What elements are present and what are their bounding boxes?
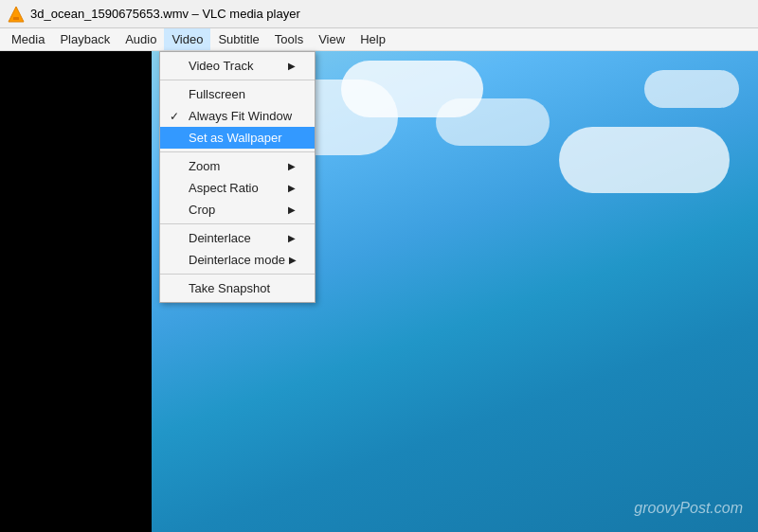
separator-4 xyxy=(160,274,315,275)
menu-item-take-snapshot[interactable]: Take Snapshot xyxy=(160,277,315,299)
separator-3 xyxy=(160,223,315,224)
window-title: 3d_ocean_1590675653.wmv – VLC media play… xyxy=(30,7,300,21)
cloud-4 xyxy=(559,127,730,193)
svg-rect-1 xyxy=(13,17,19,20)
cloud-5 xyxy=(644,70,739,108)
arrow-icon: ▶ xyxy=(289,255,297,265)
menu-item-deinterlace[interactable]: Deinterlace ▶ xyxy=(160,227,315,249)
menu-subtitle[interactable]: Subtitle xyxy=(210,28,266,50)
menu-audio[interactable]: Audio xyxy=(117,28,164,50)
menu-item-always-fit-window[interactable]: Always Fit Window xyxy=(160,105,315,127)
menu-media[interactable]: Media xyxy=(4,28,52,50)
separator-1 xyxy=(160,80,315,80)
black-panel-left xyxy=(0,51,152,532)
menu-playback[interactable]: Playback xyxy=(52,28,117,50)
menu-item-zoom[interactable]: Zoom ▶ xyxy=(160,155,315,177)
menu-item-crop[interactable]: Crop ▶ xyxy=(160,199,315,221)
menubar: Media Playback Audio Video Subtitle Tool… xyxy=(0,28,758,51)
menu-item-deinterlace-mode[interactable]: Deinterlace mode ▶ xyxy=(160,249,315,271)
menu-help[interactable]: Help xyxy=(352,28,393,50)
separator-2 xyxy=(160,151,315,152)
menu-item-fullscreen[interactable]: Fullscreen xyxy=(160,83,315,105)
arrow-icon: ▶ xyxy=(288,183,296,193)
arrow-icon: ▶ xyxy=(288,233,296,243)
vlc-icon xyxy=(8,6,25,23)
video-dropdown-menu: Video Track ▶ Fullscreen Always Fit Wind… xyxy=(159,51,316,303)
arrow-icon: ▶ xyxy=(288,61,296,71)
titlebar: 3d_ocean_1590675653.wmv – VLC media play… xyxy=(0,0,758,28)
cloud-3 xyxy=(436,98,550,146)
arrow-icon: ▶ xyxy=(288,161,296,171)
menu-item-video-track[interactable]: Video Track ▶ xyxy=(160,55,315,77)
menu-view[interactable]: View xyxy=(311,28,352,50)
watermark: groovyPost.com xyxy=(634,500,743,517)
arrow-icon: ▶ xyxy=(288,204,296,215)
menu-item-set-as-wallpaper[interactable]: Set as Wallpaper xyxy=(160,127,315,149)
menu-video[interactable]: Video xyxy=(164,28,210,50)
menu-tools[interactable]: Tools xyxy=(267,28,311,50)
video-area: groovyPost.com xyxy=(0,51,758,532)
menu-item-aspect-ratio[interactable]: Aspect Ratio ▶ xyxy=(160,177,315,199)
